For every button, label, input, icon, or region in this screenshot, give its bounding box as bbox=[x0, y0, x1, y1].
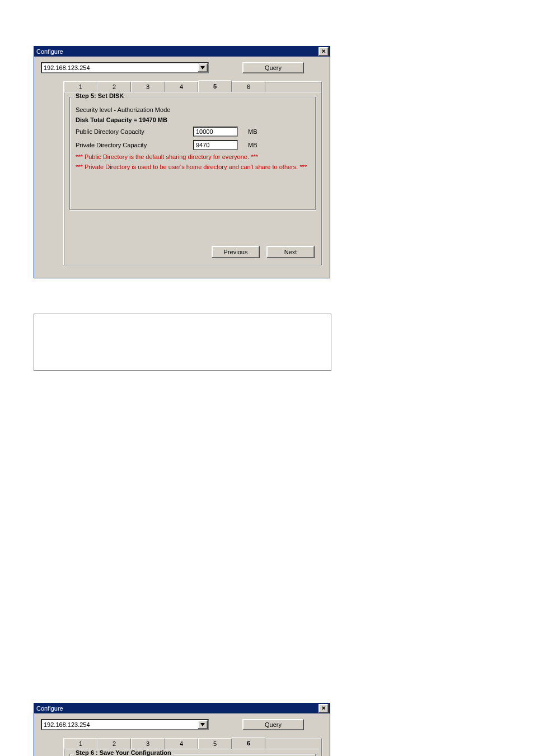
wizard-buttons: Previous Next bbox=[212, 246, 315, 258]
close-icon: ✕ bbox=[321, 49, 326, 54]
wizard-panel: 123456 Step 5: Set DISK Security level -… bbox=[63, 81, 322, 265]
address-row: Query bbox=[41, 62, 323, 73]
private-capacity-input[interactable] bbox=[193, 140, 238, 150]
unit-mb: MB bbox=[248, 142, 257, 148]
groupbox-legend: Step 5: Set DISK bbox=[73, 92, 126, 99]
tab-3[interactable]: 3 bbox=[131, 738, 165, 749]
close-button[interactable]: ✕ bbox=[318, 47, 329, 56]
wizard-panel: 123456 Step 6 : Save Your Configuration … bbox=[63, 738, 322, 756]
address-row: Query bbox=[41, 719, 323, 730]
public-capacity-input[interactable] bbox=[193, 127, 238, 137]
tab-5[interactable]: 5 bbox=[198, 80, 232, 92]
window-title: Configure bbox=[36, 48, 63, 55]
dialog-body: Query 123456 Step 6 : Save Your Configur… bbox=[34, 713, 330, 756]
titlebar: Configure ✕ bbox=[34, 46, 330, 57]
public-capacity-row: Public Directory Capacity MB bbox=[76, 127, 310, 137]
empty-placeholder-box bbox=[34, 314, 331, 371]
tab-1[interactable]: 1 bbox=[64, 738, 97, 749]
note-private: *** Private Directory is used to be user… bbox=[76, 164, 310, 170]
tab-5[interactable]: 5 bbox=[198, 738, 232, 749]
tab-6[interactable]: 6 bbox=[232, 81, 265, 92]
public-capacity-label: Public Directory Capacity bbox=[76, 128, 193, 135]
chevron-down-icon bbox=[200, 66, 205, 69]
ip-combo bbox=[41, 719, 209, 730]
configure-dialog-step5: Configure ✕ Query 123456 Step 5: Set bbox=[34, 46, 330, 278]
disk-capacity-text: Disk Total Capacity = 19470 MB bbox=[76, 116, 310, 123]
previous-button[interactable]: Previous bbox=[212, 246, 260, 258]
tab-2[interactable]: 2 bbox=[97, 81, 131, 92]
ip-input[interactable] bbox=[42, 720, 198, 729]
combo-dropdown-button[interactable] bbox=[198, 720, 208, 729]
close-button[interactable]: ✕ bbox=[318, 704, 329, 713]
private-capacity-row: Private Directory Capacity MB bbox=[76, 140, 310, 150]
combo-dropdown-button[interactable] bbox=[198, 63, 208, 72]
tab-4[interactable]: 4 bbox=[165, 738, 198, 749]
tabs: 123456 bbox=[64, 738, 321, 749]
step5-groupbox: Step 5: Set DISK Security level - Author… bbox=[69, 97, 316, 210]
titlebar: Configure ✕ bbox=[34, 703, 330, 713]
query-button[interactable]: Query bbox=[242, 719, 304, 730]
private-capacity-label: Private Directory Capacity bbox=[76, 142, 193, 148]
ip-combo bbox=[41, 62, 209, 73]
tab-2[interactable]: 2 bbox=[97, 738, 131, 749]
chevron-down-icon bbox=[200, 723, 205, 726]
tab-3[interactable]: 3 bbox=[131, 81, 165, 92]
groupbox-legend: Step 6 : Save Your Configuration bbox=[73, 749, 174, 756]
note-public: *** Public Directory is the default shar… bbox=[76, 153, 310, 160]
configure-dialog-step6: Configure ✕ Query 123456 Step 6 : Sav bbox=[34, 703, 330, 756]
next-button[interactable]: Next bbox=[266, 246, 315, 258]
ip-input[interactable] bbox=[42, 63, 198, 72]
dialog-body: Query 123456 Step 5: Set DISK Security l… bbox=[34, 57, 330, 272]
tab-1[interactable]: 1 bbox=[64, 81, 97, 92]
query-button[interactable]: Query bbox=[242, 62, 304, 73]
unit-mb: MB bbox=[248, 128, 257, 135]
tab-6[interactable]: 6 bbox=[232, 737, 265, 749]
tab-4[interactable]: 4 bbox=[165, 81, 198, 92]
security-level-text: Security level - Authorization Mode bbox=[76, 106, 310, 113]
step6-groupbox: Step 6 : Save Your Configuration Step 1.… bbox=[69, 754, 316, 756]
window-title: Configure bbox=[36, 705, 63, 712]
tabs: 123456 bbox=[64, 81, 321, 92]
close-icon: ✕ bbox=[321, 706, 326, 711]
